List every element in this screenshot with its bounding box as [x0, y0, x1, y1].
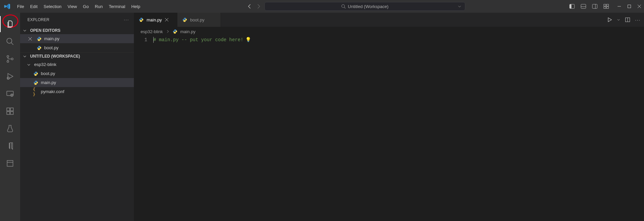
layout-panel-icon[interactable] [580, 3, 586, 9]
activity-bar [0, 13, 20, 221]
menu-help[interactable]: Help [128, 0, 143, 13]
activity-explorer-icon[interactable] [0, 16, 20, 32]
menu-go[interactable]: Go [80, 0, 92, 13]
tab-label: boot.py [190, 17, 205, 22]
activity-bookmark-icon[interactable] [0, 138, 20, 154]
svg-rect-31 [7, 160, 13, 166]
activity-run-debug-icon[interactable] [0, 68, 20, 84]
tab-label: main.py [147, 17, 162, 22]
workspace-label: UNTITLED (WORKSPACE) [30, 54, 80, 59]
chevron-down-icon [458, 4, 462, 8]
chevron-right-icon [166, 29, 170, 33]
menu-file[interactable]: File [14, 0, 27, 13]
editor-tab[interactable]: boot.py [177, 13, 221, 27]
customize-layout-icon[interactable] [603, 3, 609, 9]
activity-extensions-icon[interactable] [0, 103, 20, 119]
search-icon [341, 4, 346, 9]
window-maximize-icon[interactable] [627, 4, 631, 8]
svg-point-21 [11, 58, 13, 60]
code-line[interactable]: # main.py -- put your code here!💡 [153, 36, 644, 44]
split-editor-icon[interactable] [625, 17, 630, 22]
file-item[interactable]: main.py [20, 78, 134, 87]
lightbulb-icon[interactable]: 💡 [245, 36, 251, 44]
command-center[interactable]: Untitled (Workspace) [264, 2, 465, 11]
folder-label: esp32-blink [34, 62, 57, 67]
file-label: pymakr.conf [41, 89, 64, 94]
line-number: 1 [134, 36, 147, 44]
more-icon[interactable]: ··· [635, 17, 641, 22]
svg-point-0 [342, 5, 345, 8]
activity-source-control-icon[interactable] [0, 51, 20, 67]
svg-rect-3 [570, 4, 571, 9]
code-comment: # main.py -- put your code here! [153, 37, 243, 43]
layout-sidebar-left-icon[interactable] [569, 3, 575, 9]
window-minimize-icon[interactable] [617, 4, 621, 8]
breadcrumb-folder[interactable]: esp32-blink [141, 29, 163, 34]
vscode-logo-icon [3, 2, 12, 11]
python-file-icon [33, 80, 39, 85]
workspace-header[interactable]: UNTITLED (WORKSPACE) [20, 52, 134, 60]
svg-rect-29 [10, 112, 13, 115]
editor-tab[interactable]: main.py [134, 13, 177, 27]
chevron-down-icon [23, 54, 28, 58]
svg-rect-12 [607, 7, 609, 8]
file-item[interactable]: boot.py [20, 69, 134, 78]
close-icon[interactable] [165, 18, 169, 22]
svg-line-18 [11, 43, 13, 45]
svg-rect-27 [7, 108, 10, 111]
svg-rect-9 [604, 4, 606, 6]
close-icon[interactable] [28, 37, 34, 41]
editor-body[interactable]: 1 # main.py -- put your code here!💡 [134, 36, 644, 221]
breadcrumb-file[interactable]: main.py [180, 29, 196, 34]
svg-rect-7 [592, 4, 597, 9]
open-editor-item[interactable]: main.py [20, 34, 134, 43]
nav-back-icon[interactable] [247, 4, 252, 9]
menu-view[interactable]: View [65, 0, 80, 13]
python-file-icon [36, 45, 42, 51]
title-right [569, 3, 641, 9]
explorer-sidebar: EXPLORER ··· OPEN EDITORS main.py [20, 13, 134, 221]
menu-edit[interactable]: Edit [27, 0, 41, 13]
chevron-down-icon[interactable] [617, 18, 620, 21]
breadcrumbs[interactable]: esp32-blink main.py [134, 27, 644, 36]
line-gutter: 1 [134, 36, 153, 221]
svg-rect-5 [581, 7, 586, 8]
svg-point-19 [7, 56, 9, 57]
json-file-icon: { } [33, 87, 39, 97]
layout-sidebar-right-icon[interactable] [592, 3, 598, 9]
file-label: boot.py [44, 45, 59, 50]
svg-rect-30 [10, 108, 13, 111]
menu-run[interactable]: Run [92, 0, 106, 13]
svg-rect-14 [628, 5, 631, 8]
python-file-icon [182, 17, 187, 22]
activity-search-icon[interactable] [0, 33, 20, 50]
title-center: Untitled (Workspace) [145, 2, 567, 11]
folder-item[interactable]: esp32-blink [20, 60, 134, 69]
window-close-icon[interactable] [637, 4, 641, 8]
command-center-text: Untitled (Workspace) [348, 4, 388, 9]
python-file-icon [139, 17, 144, 22]
nav-forward-icon[interactable] [256, 4, 261, 9]
activity-remote-icon[interactable] [0, 86, 20, 102]
menu-selection[interactable]: Selection [41, 0, 64, 13]
file-item[interactable]: { } pymakr.conf [20, 87, 134, 96]
python-file-icon [36, 36, 42, 42]
python-file-icon [33, 71, 39, 76]
open-editor-item[interactable]: boot.py [20, 43, 134, 52]
svg-rect-10 [607, 4, 609, 6]
svg-line-1 [344, 7, 346, 9]
editor-tabbar: main.py boot.py [134, 13, 644, 27]
chevron-down-icon [23, 28, 28, 32]
menu-terminal[interactable]: Terminal [106, 0, 128, 13]
run-icon[interactable] [607, 17, 612, 22]
activity-library-icon[interactable] [0, 155, 20, 171]
editor-area: main.py boot.py [134, 13, 644, 221]
activity-testing-icon[interactable] [0, 121, 20, 137]
menu-bar: File Edit Selection View Go Run Terminal… [14, 0, 143, 13]
open-editors-header[interactable]: OPEN EDITORS [20, 27, 134, 34]
svg-rect-28 [7, 112, 10, 115]
svg-point-17 [7, 38, 12, 43]
sidebar-more-icon[interactable]: ··· [124, 17, 129, 22]
python-file-icon [172, 29, 178, 34]
svg-point-20 [7, 61, 9, 62]
